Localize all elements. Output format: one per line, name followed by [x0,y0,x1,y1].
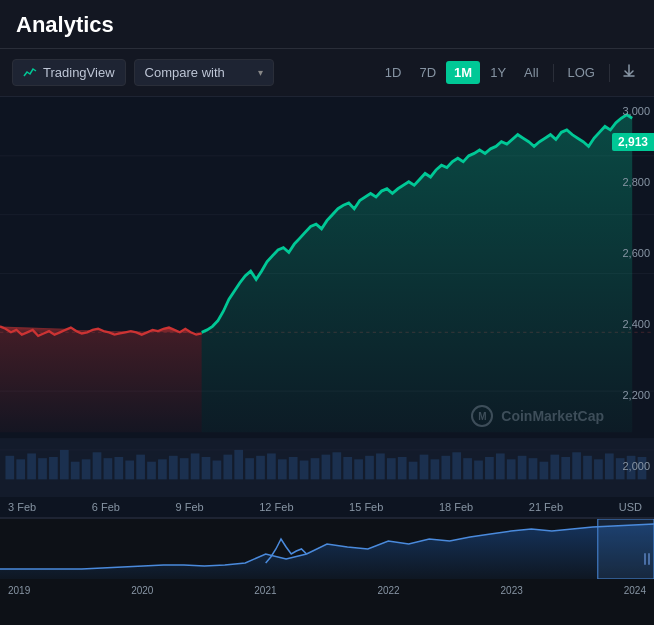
svg-rect-46 [431,459,440,479]
svg-rect-22 [169,456,178,480]
svg-rect-33 [289,457,298,479]
svg-rect-23 [180,458,189,479]
svg-rect-40 [365,456,374,480]
svg-rect-53 [507,459,516,479]
svg-rect-29 [245,458,254,479]
time-btn-all[interactable]: All [516,61,546,84]
svg-rect-19 [136,455,145,480]
svg-rect-18 [125,461,134,480]
mini-x-axis: 2019 2020 2021 2022 2023 2024 [0,583,654,596]
log-button[interactable]: LOG [560,61,603,84]
svg-rect-30 [256,456,265,480]
handle-bar-2 [648,553,650,565]
svg-rect-28 [234,450,243,479]
minimap-handle[interactable] [644,553,650,565]
y-label-2600: 2,600 [603,247,650,259]
svg-rect-55 [529,458,538,479]
y-axis: 3,000 2,800 2,600 2,400 2,200 2,000 [599,97,654,497]
download-button[interactable] [616,62,642,84]
svg-rect-34 [300,461,309,480]
time-range-buttons: 1D 7D 1M 1Y All LOG [377,61,642,84]
svg-rect-44 [409,462,418,480]
svg-rect-56 [540,462,549,480]
compare-label: Compare with [145,65,225,80]
minimap-svg [0,519,654,579]
watermark: M CoinMarketCap [471,405,604,427]
svg-rect-16 [104,458,113,479]
svg-rect-52 [496,453,505,479]
svg-rect-24 [191,453,200,479]
x-label-6feb: 6 Feb [92,501,120,513]
svg-rect-25 [202,457,211,479]
svg-rect-17 [114,457,123,479]
svg-rect-57 [550,455,559,480]
svg-rect-41 [376,453,385,479]
minimap[interactable]: 2019 2020 2021 2022 2023 2024 [0,518,654,598]
svg-rect-31 [267,453,276,479]
svg-rect-59 [572,452,581,479]
main-chart: 3,000 2,800 2,600 2,400 2,200 2,000 2,91… [0,97,654,497]
svg-rect-32 [278,459,287,479]
y-label-2000: 2,000 [603,460,650,472]
chart-toolbar: TradingView Compare with ▾ 1D 7D 1M 1Y A… [0,49,654,97]
svg-rect-43 [398,457,407,479]
svg-rect-67 [598,519,654,579]
time-btn-1m[interactable]: 1M [446,61,480,84]
x-label-9feb: 9 Feb [176,501,204,513]
svg-rect-47 [441,456,450,480]
compare-dropdown[interactable]: Compare with ▾ [134,59,274,86]
time-btn-1y[interactable]: 1Y [482,61,514,84]
svg-rect-9 [27,453,36,479]
svg-rect-35 [311,458,320,479]
mini-x-2020: 2020 [131,585,153,596]
mini-x-2022: 2022 [377,585,399,596]
svg-rect-54 [518,456,527,480]
svg-rect-50 [474,461,483,480]
svg-rect-20 [147,462,156,480]
svg-rect-58 [561,457,570,479]
svg-rect-10 [38,458,47,479]
svg-rect-60 [583,456,592,480]
svg-rect-26 [213,461,222,480]
svg-rect-7 [5,456,14,480]
mini-x-2021: 2021 [254,585,276,596]
page-title: Analytics [16,12,114,37]
usd-label: USD [619,501,642,513]
chevron-down-icon: ▾ [258,67,263,78]
mini-x-2023: 2023 [501,585,523,596]
x-label-21feb: 21 Feb [529,501,563,513]
svg-rect-12 [60,450,69,479]
time-btn-7d[interactable]: 7D [411,61,444,84]
toolbar-divider-2 [609,64,610,82]
analytics-header: Analytics [0,0,654,49]
watermark-logo: M [471,405,493,427]
svg-rect-38 [343,457,352,479]
handle-bar-1 [644,553,646,565]
x-label-15feb: 15 Feb [349,501,383,513]
y-label-2800: 2,800 [603,176,650,188]
tradingview-icon [23,66,37,80]
svg-rect-21 [158,459,167,479]
x-label-18feb: 18 Feb [439,501,473,513]
y-label-3000: 3,000 [603,105,650,117]
mini-x-2019: 2019 [8,585,30,596]
svg-rect-45 [420,455,429,480]
tradingview-button[interactable]: TradingView [12,59,126,86]
svg-rect-49 [463,458,472,479]
current-price-label: 2,913 [612,133,654,151]
svg-rect-13 [71,462,80,480]
x-label-3feb: 3 Feb [8,501,36,513]
svg-rect-48 [452,452,461,479]
svg-rect-8 [16,459,25,479]
svg-rect-36 [322,455,331,480]
svg-rect-37 [332,452,341,479]
time-btn-1d[interactable]: 1D [377,61,410,84]
mini-x-2024: 2024 [624,585,646,596]
y-label-2200: 2,200 [603,389,650,401]
svg-rect-42 [387,458,396,479]
x-label-12feb: 12 Feb [259,501,293,513]
svg-rect-51 [485,457,494,479]
chart-svg [0,97,654,497]
toolbar-divider [553,64,554,82]
svg-rect-14 [82,459,91,479]
